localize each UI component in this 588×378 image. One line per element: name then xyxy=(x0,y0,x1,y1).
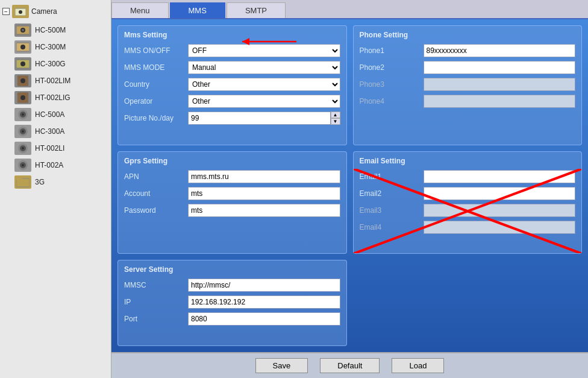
device-icon xyxy=(14,74,31,87)
email3-label: Email3 xyxy=(360,206,420,215)
svg-point-24 xyxy=(22,130,24,133)
mms-setting-title: Mms Setting xyxy=(124,31,340,39)
tab-menu[interactable]: Menu xyxy=(111,2,169,18)
email2-row: Email2 xyxy=(360,187,576,200)
mms-onoff-select-wrap: OFF ON xyxy=(188,44,340,57)
tab-bar: Menu MMS SMTP xyxy=(111,0,588,19)
phone2-row: Phone2 xyxy=(360,61,576,74)
email1-input[interactable] xyxy=(424,170,576,183)
load-button[interactable]: Load xyxy=(392,358,444,373)
email3-input[interactable] xyxy=(424,204,576,217)
sidebar-label: HC-500M xyxy=(35,26,66,34)
sidebar-item-ht002li[interactable]: HT-002LI xyxy=(2,140,108,157)
mms-mode-row: MMS MODE Manual Auto xyxy=(124,61,340,74)
account-row: Account xyxy=(124,187,340,200)
phone3-input[interactable] xyxy=(424,78,576,91)
ip-label: IP xyxy=(124,298,184,306)
tab-mms[interactable]: MMS xyxy=(170,2,225,18)
tab-smtp[interactable]: SMTP xyxy=(227,2,286,18)
phone-setting-panel: Phone Setting Phone1 Phone2 Phone3 Phone… xyxy=(353,25,583,145)
svg-point-9 xyxy=(20,45,25,49)
collapse-icon[interactable]: − xyxy=(2,8,10,15)
spinbox-down-button[interactable]: ▼ xyxy=(331,118,340,125)
sidebar-item-hc300a[interactable]: HC-300A xyxy=(2,123,108,140)
gprs-setting-title: Gprs Setting xyxy=(124,157,340,165)
sidebar-camera-header[interactable]: − Camera xyxy=(2,5,108,18)
password-row: Password xyxy=(124,204,340,217)
mms-operator-row: Operator Other xyxy=(124,95,340,108)
phone3-row: Phone3 xyxy=(360,78,576,91)
mmsc-input[interactable] xyxy=(188,279,340,292)
gprs-setting-panel: Gprs Setting APN Account Password xyxy=(117,151,347,254)
mmsc-label: MMSC xyxy=(124,281,184,289)
sidebar-label: 3G xyxy=(35,178,45,186)
mms-country-label: Country xyxy=(124,80,184,89)
server-setting-title: Server Setting xyxy=(124,265,340,274)
apn-row: APN xyxy=(124,170,340,183)
sidebar-item-hc500m[interactable]: HC-500M xyxy=(2,22,108,39)
mms-country-row: Country Other xyxy=(124,78,340,91)
sidebar-label: HT-002LI xyxy=(35,144,64,153)
folder-icon xyxy=(14,175,31,189)
mms-onoff-label: MMS ON/OFF xyxy=(124,46,184,55)
sidebar-item-hc500a[interactable]: HC-500A xyxy=(2,106,108,123)
device-icon xyxy=(14,159,31,172)
mms-operator-select[interactable]: Other xyxy=(188,95,340,108)
password-label: Password xyxy=(124,206,184,215)
sidebar-item-3g[interactable]: 3G xyxy=(2,174,108,191)
account-label: Account xyxy=(124,189,184,198)
mmsc-row: MMSC xyxy=(124,279,340,292)
camera-label: Camera xyxy=(31,7,57,16)
apn-input[interactable] xyxy=(188,170,340,183)
svg-point-30 xyxy=(22,164,24,166)
email-setting-panel: Email Setting Email1 Email2 Email3 Email… xyxy=(353,151,583,254)
mms-pic-row: Picture No./day 99 ▲ ▼ xyxy=(124,112,340,125)
mms-setting-panel: Mms Setting MMS ON/OFF OFF ON MMS MODE xyxy=(117,25,347,145)
device-icon xyxy=(14,24,31,37)
sidebar-label: HC-300M xyxy=(35,43,66,51)
phone1-label: Phone1 xyxy=(360,46,420,55)
sidebar-item-hc300m[interactable]: HC-300M xyxy=(2,39,108,55)
mms-onoff-row: MMS ON/OFF OFF ON xyxy=(124,44,340,57)
sidebar: − Camera HC-500M HC-300M HC-300G HT-002L… xyxy=(0,0,111,378)
phone4-input[interactable] xyxy=(424,95,576,108)
mms-onoff-select[interactable]: OFF ON xyxy=(188,44,340,57)
email2-label: Email2 xyxy=(360,189,420,198)
svg-point-15 xyxy=(20,78,25,83)
spinbox-buttons: ▲ ▼ xyxy=(331,112,340,125)
svg-point-27 xyxy=(22,147,24,150)
email2-input[interactable] xyxy=(424,187,576,200)
svg-point-2 xyxy=(19,10,22,14)
mms-pic-input[interactable]: 99 xyxy=(188,112,331,125)
default-button[interactable]: Default xyxy=(320,358,380,373)
sidebar-label: HT-002LIM xyxy=(35,77,70,85)
sidebar-item-ht002lim[interactable]: HT-002LIM xyxy=(2,72,108,89)
settings-area: Mms Setting MMS ON/OFF OFF ON MMS MODE xyxy=(111,19,588,352)
email-setting-title: Email Setting xyxy=(360,157,576,165)
sidebar-label: HT-002LIG xyxy=(35,93,70,102)
bottom-toolbar: Save Default Load xyxy=(111,352,588,378)
port-row: Port xyxy=(124,312,340,326)
server-setting-panel: Server Setting MMSC IP Port xyxy=(117,260,347,346)
ip-input[interactable] xyxy=(188,295,340,309)
sidebar-item-hc300g[interactable]: HC-300G xyxy=(2,55,108,72)
sidebar-label: HC-300A xyxy=(35,127,64,136)
mms-mode-select[interactable]: Manual Auto xyxy=(188,61,340,74)
email4-input[interactable] xyxy=(424,221,576,234)
device-icon xyxy=(14,142,31,155)
save-button[interactable]: Save xyxy=(255,358,308,373)
sidebar-item-ht002a[interactable]: HT-002A xyxy=(2,157,108,174)
sidebar-item-ht002lig[interactable]: HT-002LIG xyxy=(2,89,108,106)
phone1-input[interactable] xyxy=(424,44,576,57)
port-input[interactable] xyxy=(188,312,340,326)
ip-row: IP xyxy=(124,295,340,309)
phone2-input[interactable] xyxy=(424,61,576,74)
svg-rect-33 xyxy=(16,177,22,180)
svg-point-18 xyxy=(20,95,25,100)
mms-country-select[interactable]: Other xyxy=(188,78,340,91)
account-input[interactable] xyxy=(188,187,340,200)
mms-mode-label: MMS MODE xyxy=(124,63,184,72)
password-input[interactable] xyxy=(188,204,340,217)
spinbox-up-button[interactable]: ▲ xyxy=(331,112,340,118)
mms-pic-spinbox: 99 ▲ ▼ xyxy=(188,112,340,125)
